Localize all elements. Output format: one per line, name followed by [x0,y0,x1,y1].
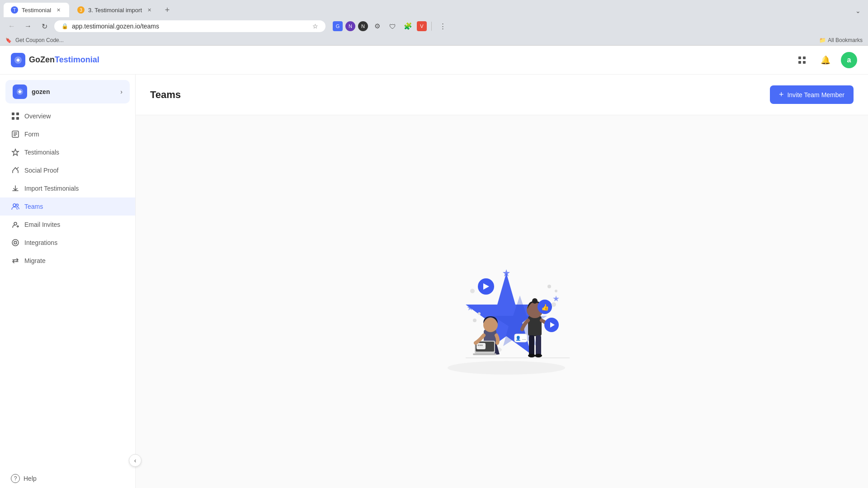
sidebar-item-import[interactable]: Import Testimonials [0,179,135,197]
logo-icon [11,53,25,67]
svg-point-28 [478,345,479,346]
browser-chrome: T Testimonial ✕ 3 3. Testimonial import … [0,0,868,46]
sidebar-collapse-button[interactable]: ‹ [129,454,142,467]
bookmark-icon: 🔖 [5,38,12,43]
svg-rect-34 [536,335,541,356]
migrate-icon [11,256,20,265]
tab-1-favicon: T [11,6,18,14]
toolbar-separator [431,22,432,31]
svg-point-14 [13,204,16,206]
tab-bar: T Testimonial ✕ 3 3. Testimonial import … [0,0,868,17]
tab-1-label: Testimonial [22,7,51,14]
sidebar-item-overview[interactable]: Overview [0,107,135,125]
ext-3-icon[interactable]: N [358,21,368,31]
svg-text:👍: 👍 [541,304,549,311]
app-body: gozen › Overview [0,75,868,488]
header-right: 🔔 a [794,52,857,68]
svg-marker-47 [553,296,559,301]
tab-2-close[interactable]: ✕ [146,6,153,14]
ext-5-icon[interactable]: 🛡 [386,20,399,33]
logo-gozen: GoZen [29,55,55,64]
ext-7-icon[interactable]: V [417,21,427,31]
ext-4-icon[interactable]: ⚙ [371,20,383,33]
help-icon: ? [11,474,20,483]
ext-6-icon[interactable]: 🧩 [401,20,414,33]
svg-point-50 [473,319,476,322]
migrate-label: Migrate [24,257,46,264]
workspace-chevron-icon: › [120,88,123,95]
workspace-selector[interactable]: gozen › [5,80,130,103]
svg-point-35 [528,354,535,357]
svg-rect-7 [16,113,19,115]
svg-point-53 [555,290,557,292]
integrations-icon [11,238,20,247]
team-illustration: 👍 👤 ... [416,246,588,381]
ext-1-icon[interactable]: G [333,21,343,31]
bookmark-star-icon[interactable]: ☆ [312,23,318,30]
sidebar-item-email-invites[interactable]: Email Invites [0,216,135,234]
ext-2-icon[interactable]: N [345,21,355,31]
all-bookmarks-label[interactable]: All Bookmarks [828,37,863,43]
address-text: app.testimonial.gozen.io/teams [72,23,309,30]
invite-button-label: Invite Team Member [787,91,844,99]
back-button[interactable]: ← [5,20,18,33]
sidebar-item-teams[interactable]: Teams [0,197,135,216]
browser-toolbar: ← → ↻ 🔒 app.testimonial.gozen.io/teams ☆… [0,17,868,35]
integrations-label: Integrations [24,239,57,246]
workspace-name: gozen [32,88,116,95]
page-title: Teams [150,89,181,101]
svg-point-55 [552,302,556,307]
tab-1[interactable]: T Testimonial ✕ [4,3,69,17]
svg-rect-6 [12,113,14,115]
invite-team-member-button[interactable]: + Invite Team Member [770,85,854,104]
email-invites-icon [11,220,20,229]
empty-state: 👍 👤 ... [136,115,868,488]
toolbar-extensions: G N N ⚙ 🛡 🧩 V ⋮ [333,20,449,33]
address-bar[interactable]: 🔒 app.testimonial.gozen.io/teams ☆ [54,20,326,32]
logo-testimonial: Testimonial [55,55,99,64]
svg-point-52 [547,285,551,288]
tab-overflow-button[interactable]: ⌄ [852,5,864,17]
tab-2[interactable]: 3 3. Testimonial import ✕ [70,3,160,17]
email-invites-label: Email Invites [24,221,60,228]
forward-button[interactable]: → [22,20,34,33]
collapse-icon: ‹ [134,457,137,464]
sidebar-item-social-proof[interactable]: Social Proof [0,161,135,179]
tab-1-close[interactable]: ✕ [55,6,62,14]
user-avatar[interactable]: a [841,52,857,68]
menu-button[interactable]: ⋮ [436,20,449,33]
add-tab-button[interactable]: + [161,4,174,16]
svg-rect-3 [798,61,801,64]
sidebar-item-testimonials[interactable]: Testimonials [0,143,135,161]
notifications-button[interactable]: 🔔 [817,52,834,68]
bookmark-item[interactable]: Get Coupon Code... [15,37,64,43]
svg-rect-27 [476,343,486,349]
svg-point-29 [480,345,481,346]
svg-text:👤 ...: 👤 ... [515,335,526,341]
logo-text: GoZenTestimonial [29,55,99,65]
bookmarks-right: 📁 All Bookmarks [819,37,863,43]
svg-rect-8 [12,117,14,120]
main-content: Teams + Invite Team Member [136,75,868,488]
svg-point-30 [481,345,483,346]
grid-button[interactable] [794,52,810,68]
sidebar-item-integrations[interactable]: Integrations [0,234,135,252]
avatar-letter: a [847,56,851,64]
sidebar-help[interactable]: ? Help [0,469,135,488]
svg-rect-32 [528,316,542,336]
svg-rect-1 [798,56,801,59]
sidebar-item-form[interactable]: Form [0,125,135,143]
import-icon [11,184,20,193]
svg-point-15 [16,204,19,206]
svg-rect-2 [803,56,806,59]
svg-point-54 [470,289,475,293]
sidebar-item-migrate[interactable]: Migrate [0,252,135,270]
social-proof-label: Social Proof [24,167,58,174]
svg-rect-26 [473,353,496,355]
overview-icon [11,112,20,121]
sidebar: gozen › Overview [0,75,136,488]
social-proof-icon [11,166,20,175]
lock-icon: 🔒 [61,23,68,29]
refresh-button[interactable]: ↻ [38,20,51,33]
app-logo: GoZenTestimonial [11,53,99,67]
